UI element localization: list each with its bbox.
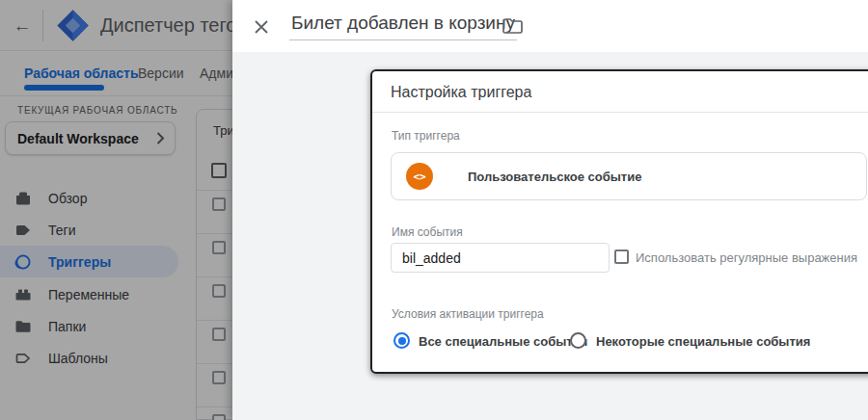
- fire-conditions-label: Условия активации триггера: [392, 307, 544, 321]
- modal-backdrop[interactable]: [0, 0, 232, 420]
- close-icon[interactable]: [250, 15, 273, 39]
- radio-some-custom-events[interactable]: [570, 332, 586, 349]
- trigger-settings-title: Настройка триггера: [391, 84, 531, 101]
- event-name-input[interactable]: [391, 243, 610, 273]
- radio-all-custom-events[interactable]: [393, 332, 410, 349]
- trigger-type-value: Пользовательское событие: [468, 170, 641, 184]
- trigger-type-selector[interactable]: <> Пользовательское событие: [391, 152, 867, 200]
- trigger-editor-panel: Билет добавлен в корзину Настройка тригг…: [232, 0, 868, 420]
- regex-checkbox-label: Использовать регулярные выражения: [636, 250, 857, 265]
- trigger-editor-topbar: Билет добавлен в корзину: [232, 0, 868, 52]
- trigger-settings-header: Настройка триггера: [372, 71, 868, 113]
- gtm-screen: ← Диспетчер тегов Рабочая область Версии…: [0, 0, 868, 420]
- move-to-folder-icon[interactable]: [502, 17, 526, 37]
- trigger-type-label: Тип триггера: [392, 129, 460, 143]
- regex-checkbox[interactable]: [614, 249, 629, 264]
- event-name-label: Имя события: [392, 225, 463, 239]
- trigger-settings-card[interactable]: Настройка триггера Тип триггера <> Польз…: [370, 69, 868, 374]
- radio-all-custom-events-label: Все специальные события: [419, 334, 587, 349]
- radio-some-custom-events-label: Некоторые специальные события: [596, 334, 810, 349]
- custom-event-icon: <>: [406, 163, 433, 190]
- trigger-name-field[interactable]: Билет добавлен в корзину: [289, 13, 517, 40]
